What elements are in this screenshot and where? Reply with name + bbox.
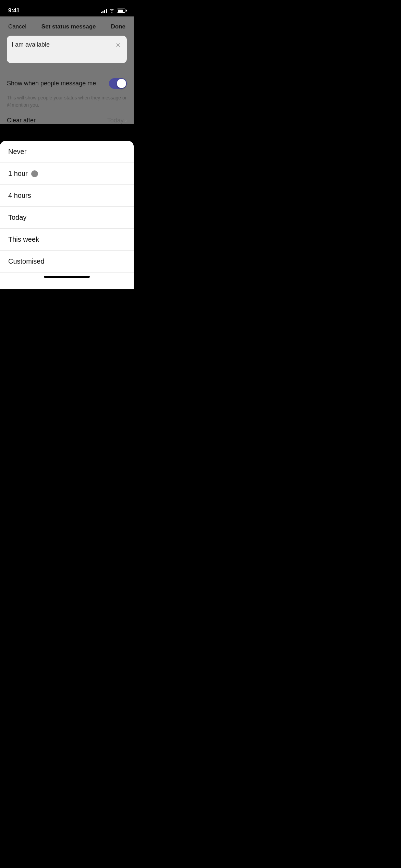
chevron-right-icon: › <box>125 118 127 124</box>
sheet-item-today[interactable]: Today <box>0 207 134 229</box>
selected-indicator <box>31 170 38 177</box>
cancel-button[interactable]: Cancel <box>8 23 26 30</box>
status-input[interactable]: I am available <box>12 40 114 49</box>
main-content: Cancel Set status message Done I am avai… <box>0 16 134 124</box>
status-time: 9:41 <box>8 7 20 14</box>
signal-icon <box>101 9 107 13</box>
char-count: 14/280 <box>7 66 127 71</box>
status-bar: 9:41 <box>0 0 134 16</box>
clear-after-row[interactable]: Clear after Today › <box>7 117 127 124</box>
sheet-item-never[interactable]: Never <box>0 141 134 163</box>
wifi-icon <box>109 9 115 13</box>
battery-icon <box>117 9 125 13</box>
sheet-item-customised-label: Customised <box>8 257 45 265</box>
sheet-item-1hour-label: 1 hour <box>8 170 28 178</box>
clear-input-button[interactable]: ✕ <box>114 41 122 49</box>
svg-point-0 <box>111 12 112 12</box>
clear-after-current: Today <box>107 117 124 124</box>
show-toggle-label: Show when people message me <box>7 80 96 87</box>
status-icons <box>101 9 125 13</box>
clear-after-label: Clear after <box>7 117 36 124</box>
bottom-sheet: Never 1 hour 4 hours Today This week Cus… <box>0 141 134 289</box>
sheet-item-thisweek[interactable]: This week <box>0 229 134 251</box>
done-button[interactable]: Done <box>111 23 125 30</box>
sheet-item-1hour[interactable]: 1 hour <box>0 163 134 185</box>
clear-after-value[interactable]: Today › <box>107 117 127 124</box>
sheet-item-4hours-label: 4 hours <box>8 192 31 200</box>
home-indicator <box>0 273 134 278</box>
sheet-item-thisweek-label: This week <box>8 236 39 243</box>
home-bar <box>44 276 90 278</box>
nav-bar: Cancel Set status message Done <box>7 21 127 36</box>
show-toggle-row: Show when people message me <box>7 78 127 89</box>
sheet-item-never-label: Never <box>8 148 26 156</box>
status-input-container: I am available ✕ <box>7 36 127 63</box>
nav-title: Set status message <box>41 23 96 30</box>
sheet-item-customised[interactable]: Customised <box>0 251 134 273</box>
show-when-message-toggle[interactable] <box>109 78 127 89</box>
sheet-item-today-label: Today <box>8 214 26 221</box>
toggle-knob <box>117 79 126 88</box>
sheet-item-4hours[interactable]: 4 hours <box>0 185 134 207</box>
toggle-description: This will show people your status when t… <box>7 94 127 109</box>
